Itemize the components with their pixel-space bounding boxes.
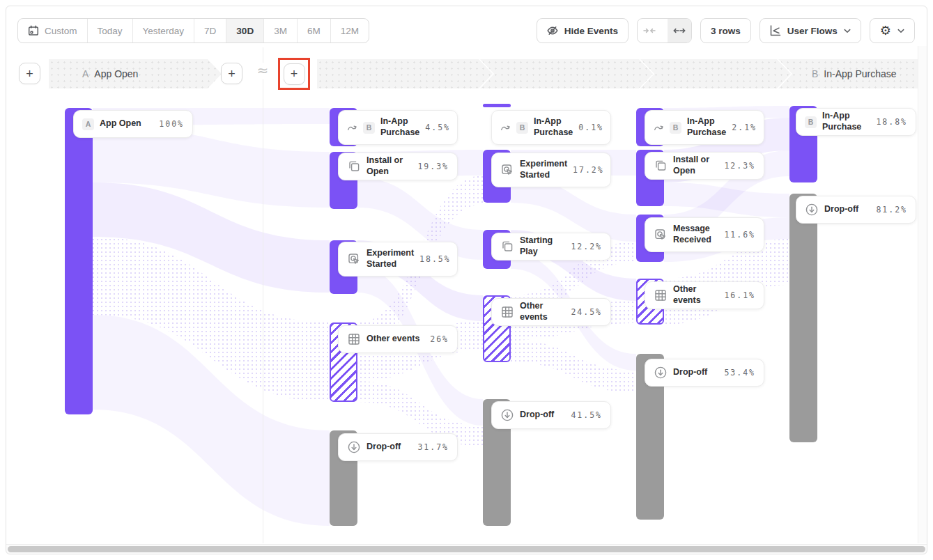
rows-button[interactable]: 3 rows [700, 18, 751, 43]
step-a-letter: A [82, 68, 88, 79]
flow-node-card[interactable]: Experiment Started 17.2% [491, 153, 611, 187]
step-band-2[interactable] [317, 59, 493, 88]
flow-node-card[interactable]: Drop-off 41.5% [491, 401, 611, 429]
step-band-3[interactable] [480, 59, 653, 88]
flow-node-bar[interactable] [65, 108, 93, 414]
collapse-columns-button[interactable] [638, 19, 661, 42]
flow-node-card[interactable]: Experiment Started 18.5% [338, 242, 458, 277]
date-range-7d[interactable]: 7D [194, 19, 226, 42]
step-band-a[interactable]: A App Open [49, 59, 222, 88]
eye-off-icon [547, 25, 558, 36]
rows-label: 3 rows [711, 26, 741, 36]
date-range-label: Today [98, 26, 123, 36]
plus-icon: + [291, 68, 298, 80]
plus-icon: + [26, 68, 33, 80]
step-b-label: In-App Purchase [824, 68, 896, 79]
date-range-selector: Custom Today Yesterday 7D 30D 3M 6M 12M [17, 18, 369, 43]
add-step-button-start[interactable]: + [19, 63, 40, 84]
app-icon [500, 240, 514, 254]
date-range-label: Yesterday [143, 26, 185, 36]
hide-events-button[interactable]: Hide Events [537, 18, 629, 43]
hide-events-label: Hide Events [564, 26, 618, 36]
toolbar: Custom Today Yesterday 7D 30D 3M 6M 12M … [17, 18, 915, 43]
skip-arrow-icon [347, 123, 357, 133]
date-range-label: 12M [341, 26, 359, 36]
flow-node-card[interactable]: A App Open 100% [73, 110, 193, 138]
add-step-button-highlighted[interactable]: + [284, 63, 305, 85]
step-band-4[interactable] [640, 59, 791, 88]
skip-arrow-icon [500, 123, 511, 133]
app-icon [654, 159, 668, 173]
step-badge: B [670, 122, 681, 134]
step-badge: B [805, 116, 817, 128]
flow-node-bar[interactable] [789, 194, 817, 442]
plus-icon: + [228, 68, 236, 80]
flow-node-bar[interactable] [483, 104, 511, 107]
grid-icon [654, 288, 668, 302]
grid-icon [500, 305, 514, 319]
vertical-scrollbar[interactable] [918, 46, 927, 543]
click-icon [654, 228, 668, 242]
click-icon [347, 252, 361, 266]
flow-node-card[interactable]: B In-App Purchase 4.5% [338, 110, 458, 145]
collapse-arrows-icon [643, 27, 656, 34]
date-range-label: 7D [204, 26, 216, 36]
flow-node-card[interactable]: Starting Play 12.2% [491, 233, 611, 260]
flow-node-card[interactable]: B In-App Purchase 18.8% [796, 108, 916, 136]
flow-node-card[interactable]: B In-App Purchase 0.1% [491, 110, 611, 145]
date-range-3m[interactable]: 3M [264, 19, 298, 42]
step-badge: B [363, 122, 375, 134]
break-approx-icon: ≈ [254, 63, 272, 79]
column-width-toggle [637, 18, 692, 43]
dropoff-icon [805, 203, 819, 217]
date-range-30d[interactable]: 30D [226, 19, 264, 42]
step-band-b[interactable]: B In-App Purchase [778, 59, 923, 88]
view-selector-label: User Flows [787, 26, 838, 36]
add-step-button-after-a[interactable]: + [221, 63, 242, 84]
step-a-label: App Open [94, 68, 138, 79]
step-b-letter: B [812, 68, 818, 79]
chevron-down-icon [844, 29, 851, 33]
date-range-label: Custom [45, 26, 77, 36]
date-range-label: 30D [236, 26, 254, 36]
expand-arrows-icon [673, 27, 686, 34]
flow-node-card[interactable]: Drop-off 53.4% [645, 359, 764, 387]
horizontal-scrollbar[interactable] [6, 544, 927, 554]
line-chart-icon [770, 25, 781, 36]
date-range-custom[interactable]: Custom [18, 19, 88, 42]
flow-node-card[interactable]: Install or Open 12.3% [645, 152, 764, 180]
flow-node-card[interactable]: Drop-off 81.2% [796, 196, 916, 224]
date-range-12m[interactable]: 12M [331, 19, 369, 42]
expand-columns-button[interactable] [668, 19, 691, 42]
dropoff-icon [500, 408, 514, 422]
step-badge: A [82, 118, 94, 130]
dropoff-icon [347, 440, 361, 454]
view-selector-dropdown[interactable]: User Flows [759, 18, 861, 43]
flow-node-card[interactable]: Other events 26% [338, 325, 458, 353]
gear-icon: ⚙ [880, 24, 891, 37]
date-range-label: 6M [307, 26, 321, 36]
anchor-divider [263, 47, 263, 543]
flow-node-card[interactable]: Message Received 11.6% [645, 217, 764, 252]
date-range-6m[interactable]: 6M [298, 19, 331, 42]
horizontal-scrollbar-thumb[interactable] [8, 546, 925, 552]
date-range-today[interactable]: Today [88, 19, 133, 42]
toolbar-right: Hide Events 3 rows User Flows ⚙ [537, 18, 915, 43]
grid-icon [347, 332, 361, 346]
flow-node-card[interactable]: Other events 16.1% [645, 281, 764, 309]
flow-node-card[interactable]: Install or Open 19.3% [338, 153, 458, 180]
app-icon [347, 160, 361, 173]
chevron-down-icon [897, 29, 904, 33]
flow-node-card[interactable]: B In-App Purchase 2.1% [645, 110, 764, 145]
flow-node-card[interactable]: Other events 24.5% [491, 298, 611, 326]
dropoff-icon [654, 366, 668, 380]
step-badge: B [516, 122, 528, 134]
settings-dropdown[interactable]: ⚙ [870, 18, 915, 43]
click-icon [500, 163, 514, 177]
date-range-yesterday[interactable]: Yesterday [133, 19, 195, 42]
date-range-label: 3M [274, 26, 287, 36]
highlight-box: + [278, 58, 310, 90]
skip-arrow-icon [654, 123, 664, 133]
flow-node-card[interactable]: Drop-off 31.7% [338, 433, 458, 461]
calendar-icon [28, 25, 39, 36]
